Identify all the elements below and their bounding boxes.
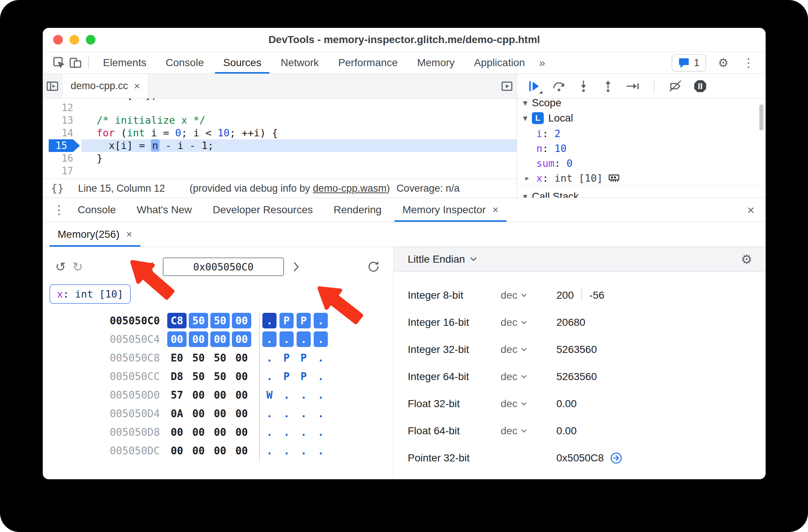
byte-cell[interactable]: 57 (167, 387, 187, 403)
line-number-15[interactable]: 15 (43, 139, 81, 152)
byte-cell[interactable]: 00 (189, 331, 208, 347)
jump-to-pointer-icon[interactable] (610, 452, 623, 464)
byte-cell[interactable]: 00 (232, 406, 251, 421)
byte-cell[interactable]: 00 (232, 369, 251, 384)
refresh-icon[interactable] (365, 258, 382, 275)
byte-cell[interactable]: 00 (210, 424, 230, 440)
previous-page-icon[interactable] (142, 258, 159, 275)
deactivate-breakpoints-icon[interactable] (668, 78, 683, 94)
ascii-cell[interactable]: P (279, 313, 294, 328)
pause-on-exceptions-icon[interactable] (692, 78, 708, 94)
tab-network[interactable]: Network (271, 52, 329, 74)
close-icon[interactable]: × (134, 81, 140, 91)
step-icon[interactable] (625, 78, 640, 94)
ascii-cell[interactable]: . (262, 369, 277, 384)
format-select[interactable]: dec (501, 289, 556, 301)
scope-variable-x[interactable]: ▸x: int [10] (517, 171, 766, 185)
ascii-cell[interactable]: P (279, 369, 294, 384)
line-number-17[interactable]: 17 (43, 165, 81, 177)
interpreter-settings-gear-icon[interactable]: ⚙ (741, 253, 752, 266)
drawer-tab-what-s-new[interactable]: What's New (126, 198, 203, 222)
file-tab-demo-cpp[interactable]: demo-cpp.cc × (62, 74, 149, 98)
byte-cell[interactable]: 50 (189, 350, 208, 366)
byte-cell[interactable]: 00 (210, 443, 230, 458)
tab-application[interactable]: Application (464, 52, 534, 74)
byte-cell[interactable]: 50 (189, 369, 208, 384)
scope-section-header[interactable]: ▾ Scope (517, 98, 766, 110)
ascii-cell[interactable]: . (297, 387, 311, 403)
close-icon[interactable]: × (126, 229, 132, 240)
call-stack-section-header[interactable]: ▾ Call Stack (517, 185, 766, 198)
byte-cell[interactable]: 00 (167, 331, 187, 347)
tab-performance[interactable]: Performance (329, 52, 407, 74)
ascii-cell[interactable]: P (279, 350, 294, 366)
ascii-cell[interactable]: P (297, 369, 311, 384)
pretty-print-icon[interactable]: {} (51, 182, 64, 195)
byte-cell[interactable]: 00 (210, 387, 230, 403)
tab-console[interactable]: Console (156, 52, 214, 74)
ascii-cell[interactable]: . (314, 369, 328, 384)
ascii-cell[interactable]: . (262, 350, 277, 366)
scrollbar-thumb[interactable] (759, 104, 763, 130)
drawer-tab-memory-inspector[interactable]: Memory Inspector× (392, 198, 509, 222)
ascii-cell[interactable]: . (262, 443, 277, 458)
tab-elements[interactable]: Elements (93, 52, 156, 74)
byte-cell[interactable]: 00 (189, 443, 208, 458)
byte-cell[interactable]: E0 (167, 350, 187, 366)
byte-cell[interactable]: 00 (232, 424, 251, 440)
line-number-16[interactable]: 16 (43, 152, 81, 165)
tab-sources[interactable]: Sources (213, 52, 271, 74)
format-select[interactable]: dec (501, 425, 556, 437)
ascii-cell[interactable]: . (279, 424, 294, 440)
byte-cell[interactable]: 50 (210, 369, 230, 384)
ascii-cell[interactable]: . (297, 424, 311, 440)
undo-icon[interactable]: ↺ (52, 258, 69, 275)
drawer-close-icon[interactable]: × (747, 204, 754, 216)
next-page-icon[interactable] (288, 258, 305, 275)
address-input[interactable] (163, 257, 284, 276)
ascii-cell[interactable]: . (314, 443, 328, 458)
settings-gear-icon[interactable]: ⚙ (715, 55, 731, 71)
ascii-cell[interactable]: . (314, 387, 328, 403)
ascii-cell[interactable]: . (297, 331, 311, 347)
line-number-12[interactable]: 12 (43, 101, 81, 114)
issues-button[interactable]: 1 (672, 54, 706, 72)
editor-pane-toggle-icon[interactable] (497, 74, 517, 98)
line-number-13[interactable]: 13 (43, 114, 81, 127)
ascii-cell[interactable]: . (262, 424, 277, 440)
byte-cell[interactable]: 00 (167, 424, 187, 440)
scope-variable-sum[interactable]: sum: 0 (517, 156, 766, 171)
ascii-cell[interactable]: . (314, 424, 328, 440)
drawer-tab-console[interactable]: Console (67, 198, 126, 222)
byte-cell[interactable]: D8 (167, 369, 187, 384)
scope-variable-i[interactable]: i: 2 (517, 126, 766, 141)
scope-variable-n[interactable]: n: 10 (517, 141, 766, 156)
byte-cell[interactable]: 00 (232, 387, 251, 403)
byte-cell[interactable]: 50 (210, 313, 230, 328)
byte-cell[interactable]: 00 (189, 424, 208, 440)
byte-cell[interactable]: 00 (210, 331, 230, 347)
step-out-icon[interactable] (600, 78, 616, 94)
tab-memory[interactable]: Memory (407, 52, 464, 74)
byte-cell[interactable]: 00 (189, 406, 208, 421)
ascii-cell[interactable]: . (297, 443, 311, 458)
byte-cell[interactable]: 00 (232, 313, 251, 328)
ascii-cell[interactable]: . (279, 331, 294, 347)
step-into-icon[interactable] (576, 78, 591, 94)
more-panels-icon[interactable]: » (539, 56, 545, 69)
caret-right-icon[interactable]: ▸ (524, 173, 536, 183)
reveal-in-memory-icon[interactable] (608, 172, 620, 184)
wasm-link[interactable]: demo-cpp.wasm (313, 183, 387, 194)
scope-local-header[interactable]: ▾ L Local (517, 110, 766, 126)
byte-cell[interactable]: 00 (189, 387, 208, 403)
ascii-cell[interactable]: . (314, 350, 328, 366)
byte-cell[interactable]: 00 (167, 443, 187, 458)
format-select[interactable]: dec (501, 317, 556, 328)
ascii-cell[interactable]: . (314, 313, 328, 328)
drawer-tab-developer-resources[interactable]: Developer Resources (202, 198, 323, 222)
ascii-cell[interactable]: P (297, 350, 311, 366)
resume-script-icon[interactable] (527, 78, 542, 94)
redo-icon[interactable]: ↻ (69, 258, 86, 275)
drawer-kebab-icon[interactable]: ⋮ (51, 204, 67, 216)
ascii-cell[interactable]: . (262, 313, 277, 328)
